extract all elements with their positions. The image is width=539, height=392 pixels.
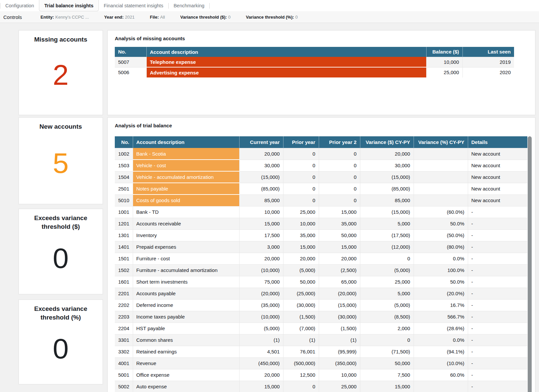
- cell-balance: 25,000: [426, 67, 462, 77]
- cell-py2: (2,500): [319, 264, 360, 276]
- table-row: 2203Income taxes payable(10,000)(1,500)(…: [115, 311, 527, 323]
- tab-financial-statement-insights[interactable]: Financial statement insights: [99, 0, 168, 11]
- cell-details: -: [468, 241, 527, 253]
- cell-py2: 65,000: [319, 276, 360, 288]
- table-row: 5001Office expense20,00012,50010,0007,50…: [115, 369, 527, 381]
- cell-var_d: (12,000): [360, 241, 414, 253]
- cell-var_p: [414, 195, 468, 206]
- cell-py: (25,000): [283, 288, 319, 299]
- cell-var_p: [414, 148, 468, 160]
- kpi-title: Missing accounts: [30, 35, 92, 44]
- control-variance-threshold-dollar[interactable]: Variance threshold ($):0: [180, 15, 231, 20]
- tab-trial-balance-insights[interactable]: Trial balance insights: [39, 0, 98, 11]
- cell-last_seen: 2019: [462, 57, 514, 67]
- control-entity[interactable]: Entity:Kenny's CCPC ...: [41, 15, 89, 20]
- cell-py2: (95,999): [319, 346, 360, 357]
- column-header: Account description: [146, 47, 426, 57]
- control-variance-threshold-dollar-value[interactable]: 0: [228, 15, 231, 20]
- table-row: 2501Notes payable(85,000)00(85,000)New a…: [115, 183, 527, 195]
- cell-var_d: 50,000: [360, 357, 414, 369]
- kpi-title: Exceeds variance threshold (%): [19, 305, 102, 322]
- cell-py2: (30,000): [319, 311, 360, 323]
- cell-details: -: [468, 229, 527, 241]
- kpi-value: 2: [53, 44, 69, 115]
- cell-description: Prepaid expenses: [133, 241, 239, 253]
- control-variance-threshold-percent-value[interactable]: 0: [295, 15, 298, 20]
- cell-py: (7,000): [283, 323, 319, 334]
- cell-py: 0: [283, 171, 319, 183]
- cell-cy: 15,000: [239, 381, 283, 392]
- cell-var_p: 0.0%: [414, 253, 468, 264]
- cell-py2: (15,000): [319, 299, 360, 311]
- cell-description: Deferred income: [133, 299, 239, 311]
- control-variance-threshold-percent[interactable]: Variance threshold (%):0: [246, 15, 298, 20]
- kpi-card-exceeds-variance-percent: Exceeds variance threshold (%) 0: [18, 299, 103, 385]
- cell-cy: 20,000: [239, 148, 283, 160]
- kpi-title: New accounts: [35, 122, 87, 131]
- control-file-value[interactable]: All: [160, 15, 165, 20]
- cell-details: -: [468, 206, 527, 218]
- cell-var_p: (94.1%): [414, 346, 468, 357]
- cell-var_d: 2,000: [360, 323, 414, 334]
- cell-var_d: 15,000: [360, 381, 414, 392]
- cell-details: -: [468, 311, 527, 323]
- cell-cy: (450,000): [239, 357, 283, 369]
- table-row: 1504Vehicle - accumulated amortization(1…: [115, 171, 527, 183]
- cell-var_d: (71,500): [360, 346, 414, 357]
- control-year-end[interactable]: Year end:2021: [104, 15, 134, 20]
- cell-details: -: [468, 357, 527, 369]
- cell-py2: 50,000: [319, 229, 360, 241]
- kpi-value: 5: [53, 131, 69, 204]
- cell-cy: (15,000): [239, 171, 283, 183]
- cell-var_d: 0: [360, 334, 414, 346]
- cell-cy: (20,000): [239, 288, 283, 299]
- kpi-value: 0: [53, 231, 69, 294]
- tab-configuration[interactable]: Configuration: [0, 0, 39, 11]
- table-row: 3301Common shares(1)(1)(1)00.0%-: [115, 334, 527, 346]
- cell-no: 1002: [115, 148, 133, 160]
- control-entity-label: Entity:: [41, 15, 54, 20]
- column-header: Details: [468, 136, 527, 148]
- cell-py: 0: [283, 381, 319, 392]
- table-row: 1401Prepaid expenses3,00015,00015,000(12…: [115, 241, 527, 253]
- column-header: No.: [115, 136, 133, 148]
- missing-accounts-table: No.Account descriptionBalance ($)Last se…: [115, 47, 514, 77]
- vertical-scrollbar-thumb[interactable]: [528, 136, 532, 392]
- cell-description: Notes payable: [133, 183, 239, 195]
- cell-details: -: [468, 288, 527, 299]
- cell-var_d: 5,000: [360, 288, 414, 299]
- control-file[interactable]: File:All: [150, 15, 165, 20]
- cell-cy: (35,000): [239, 299, 283, 311]
- table-row: 2202Deferred income(35,000)(30,000)(15,0…: [115, 299, 527, 311]
- control-year-end-value[interactable]: 2021: [125, 15, 135, 20]
- trial-balance-panel: Analysis of trial balance No.Account des…: [107, 117, 536, 392]
- cell-py: 76,001: [283, 346, 319, 357]
- cell-no: 1001: [115, 206, 133, 218]
- cell-py2: 15,000: [319, 241, 360, 253]
- cell-details: -: [468, 381, 527, 392]
- cell-description: Auto expense: [133, 381, 239, 392]
- cell-details: -: [468, 346, 527, 357]
- cell-description: Accounts receivable: [133, 218, 239, 229]
- cell-details: New account: [468, 195, 527, 206]
- cell-no: 1501: [115, 253, 133, 264]
- table-row: 1601Short term investments75,00050,00065…: [115, 276, 527, 288]
- control-file-label: File:: [150, 15, 159, 20]
- tab-benchmarking[interactable]: Benchmarking: [169, 0, 210, 11]
- cell-var_p: 100.0%: [414, 264, 468, 276]
- cell-no: 1401: [115, 241, 133, 253]
- cell-var_p: [414, 160, 468, 171]
- cell-description: Revenue: [133, 357, 239, 369]
- cell-py: (500,000): [283, 357, 319, 369]
- cell-no: 2201: [115, 288, 133, 299]
- cell-var_p: (28.6%): [414, 323, 468, 334]
- cell-py2: 0: [319, 195, 360, 206]
- missing-accounts-panel: Analysis of missing accounts No.Account …: [107, 30, 536, 115]
- cell-py: 0: [283, 183, 319, 195]
- cell-py2: 0: [319, 171, 360, 183]
- control-entity-value[interactable]: Kenny's CCPC ...: [55, 15, 89, 20]
- cell-no: 2202: [115, 299, 133, 311]
- missing-accounts-panel-title: Analysis of missing accounts: [115, 36, 535, 41]
- cell-no: 2203: [115, 311, 133, 323]
- cell-no: 1503: [115, 160, 133, 171]
